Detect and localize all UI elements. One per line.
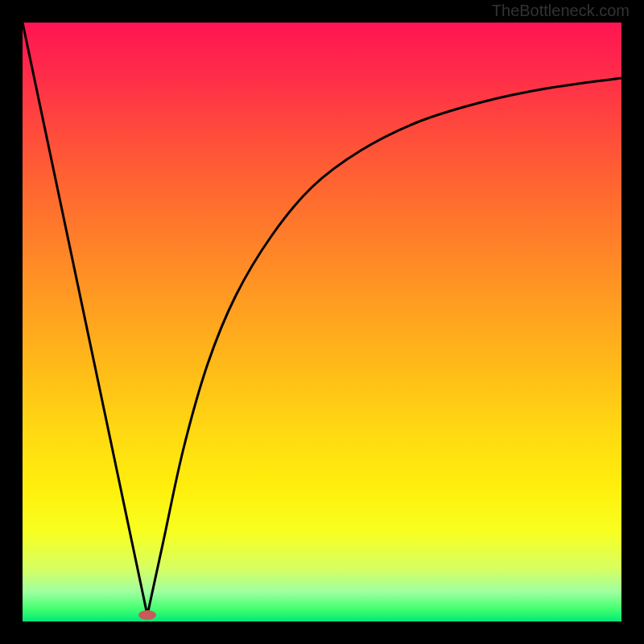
watermark-text: TheBottleneck.com bbox=[492, 2, 630, 20]
chart-curve bbox=[23, 23, 621, 621]
bottleneck-curve bbox=[23, 23, 621, 615]
chart-container bbox=[23, 23, 621, 621]
optimal-point-marker bbox=[138, 610, 156, 620]
